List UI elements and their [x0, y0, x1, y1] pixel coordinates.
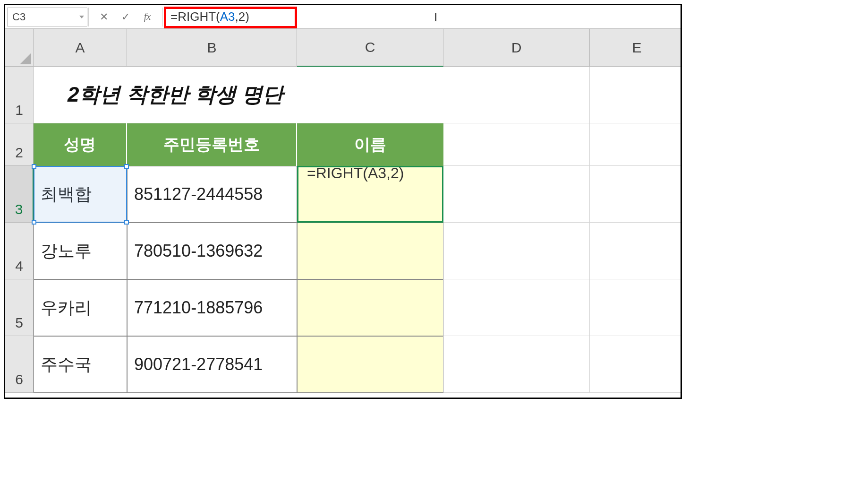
cell-b2-header[interactable]: 주민등록번호	[127, 123, 297, 166]
cell-a2-header[interactable]: 성명	[34, 123, 127, 166]
name-box-value: C3	[12, 11, 26, 23]
cells-area: A B C D E 2학년 착한반 학생 명단 성명 주민등록번호 이름	[34, 29, 682, 398]
left-header-column: 1 2 3 4 5 6	[5, 29, 34, 398]
formula-input[interactable]: =RIGHT(A3,2) I	[164, 8, 681, 26]
cell-value: 우카리	[41, 296, 92, 320]
formula-bar-buttons: ✕ ✓ fx	[90, 8, 162, 26]
spreadsheet-grid: 1 2 3 4 5 6 A B C D E 2학년 착한반 학생 명단	[5, 29, 681, 398]
cell-c5[interactable]	[297, 279, 443, 336]
cell-a4[interactable]: 강노루	[34, 223, 127, 279]
cell-a6[interactable]: 주수국	[34, 336, 127, 393]
cell-e6[interactable]	[590, 336, 682, 393]
cancel-icon: ✕	[100, 11, 108, 23]
cell-b4[interactable]: 780510-1369632	[127, 223, 297, 279]
cell-d3[interactable]	[443, 166, 590, 223]
cell-b3[interactable]: 851127-2444558	[127, 166, 297, 223]
corner-triangle-icon	[20, 53, 31, 64]
header-ssn-label: 주민등록번호	[163, 134, 260, 156]
row-header-2[interactable]: 2	[5, 123, 34, 166]
cell-b6[interactable]: 900721-2778541	[127, 336, 297, 393]
title-text: 2학년 착한반 학생 명단	[68, 81, 283, 109]
cell-e4[interactable]	[590, 223, 682, 279]
select-all-corner[interactable]	[5, 29, 34, 67]
cell-e2[interactable]	[590, 123, 682, 166]
formula-suffix: ,2)	[235, 9, 249, 24]
cell-b5[interactable]: 771210-1885796	[127, 279, 297, 336]
cell-c6[interactable]	[297, 336, 443, 393]
check-icon: ✓	[121, 11, 130, 23]
cell-c2-header[interactable]: 이름	[297, 123, 443, 166]
cell-value: 최백합	[41, 183, 92, 206]
column-headers: A B C D E	[34, 29, 682, 67]
insert-function-button[interactable]: fx	[137, 8, 158, 26]
cell-e1[interactable]	[590, 67, 682, 123]
cell-d5[interactable]	[443, 279, 590, 336]
cell-a3[interactable]: 최백합	[34, 166, 127, 223]
row-header-6[interactable]: 6	[5, 336, 34, 393]
cell-value: 강노루	[41, 240, 92, 263]
cell-c3[interactable]: =RIGHT(A3,2)	[297, 166, 443, 223]
formula-ref: A3	[220, 9, 235, 24]
row-header-1[interactable]: 1	[5, 67, 34, 123]
enter-button[interactable]: ✓	[115, 8, 136, 26]
cell-d2[interactable]	[443, 123, 590, 166]
cell-value: 771210-1885796	[134, 298, 263, 318]
cell-value: 주수국	[41, 353, 92, 376]
row-header-3[interactable]: 3	[5, 166, 34, 223]
cell-e5[interactable]	[590, 279, 682, 336]
cell-editing-formula: =RIGHT(A3,2)	[304, 166, 407, 185]
cell-d4[interactable]	[443, 223, 590, 279]
col-header-a[interactable]: A	[34, 29, 127, 67]
excel-window: C3 ✕ ✓ fx =RIGHT(A3,2) I	[4, 4, 682, 399]
separator	[88, 8, 89, 26]
header-name-label: 성명	[64, 134, 96, 156]
col-header-e[interactable]: E	[590, 29, 682, 67]
col-header-d[interactable]: D	[443, 29, 590, 67]
formula-text: =RIGHT(A3,2)	[167, 9, 249, 24]
cell-value: 851127-2444558	[134, 184, 263, 204]
formula-bar: C3 ✕ ✓ fx =RIGHT(A3,2) I	[5, 5, 681, 29]
separator	[162, 8, 163, 26]
formula-prefix: =RIGHT(	[170, 9, 220, 24]
cell-c4[interactable]	[297, 223, 443, 279]
cell-e3[interactable]	[590, 166, 682, 223]
text-cursor-icon: I	[434, 9, 438, 25]
col-header-c[interactable]: C	[297, 29, 443, 67]
row-header-5[interactable]: 5	[5, 279, 34, 336]
cancel-button[interactable]: ✕	[94, 8, 114, 26]
cell-title[interactable]: 2학년 착한반 학생 명단	[34, 67, 443, 123]
cell-d1[interactable]	[443, 67, 590, 123]
name-box-dropdown-icon[interactable]	[79, 16, 84, 18]
name-box[interactable]: C3	[7, 8, 87, 26]
cell-a5[interactable]: 우카리	[34, 279, 127, 336]
cell-value: 780510-1369632	[134, 241, 263, 261]
header-firstname-label: 이름	[354, 134, 386, 156]
col-header-b[interactable]: B	[127, 29, 297, 67]
cell-d6[interactable]	[443, 336, 590, 393]
cell-value: 900721-2778541	[134, 355, 263, 374]
fx-icon: fx	[144, 11, 151, 22]
row-header-4[interactable]: 4	[5, 223, 34, 279]
